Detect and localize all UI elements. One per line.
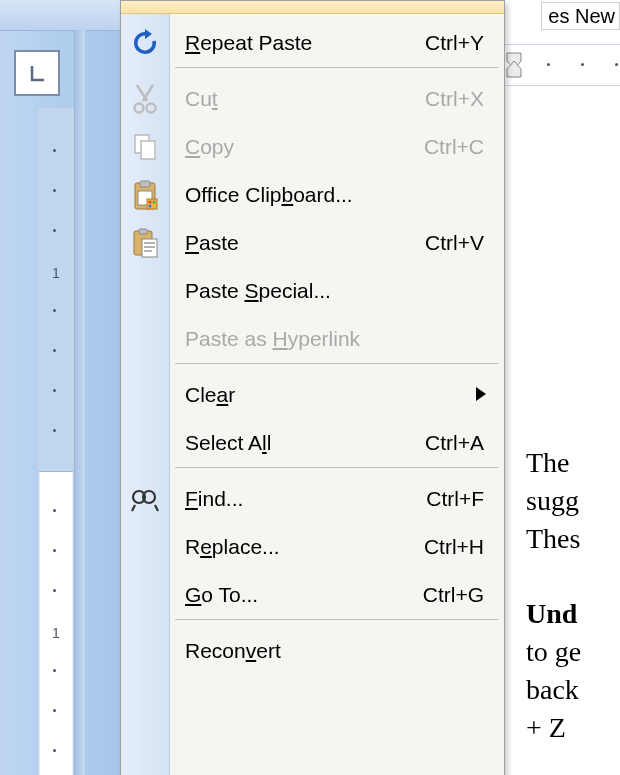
menu-item[interactable]: Repeat PasteCtrl+Y — [121, 19, 504, 67]
menu-item-shortcut: Ctrl+V — [425, 219, 484, 267]
menu-item: CopyCtrl+C — [121, 123, 504, 171]
ruler-tick — [53, 669, 56, 672]
tab-L-icon — [27, 63, 47, 83]
menu-item-label: Repeat Paste — [185, 19, 312, 67]
menu-item-label: Select All — [185, 419, 271, 467]
svg-rect-9 — [147, 199, 157, 209]
ruler-tick — [53, 389, 56, 392]
ruler-tick — [53, 229, 56, 232]
menu-item[interactable]: Find...Ctrl+F — [121, 475, 504, 523]
ruler-tick — [53, 589, 56, 592]
ruler-tick — [581, 63, 584, 66]
indent-marker-icon[interactable] — [505, 51, 523, 79]
menu-item-shortcut: Ctrl+X — [425, 75, 484, 123]
svg-point-13 — [153, 205, 156, 208]
repeat-icon — [129, 27, 161, 59]
left-rail-divider — [74, 30, 85, 775]
menu-item[interactable]: Go To...Ctrl+G — [121, 571, 504, 619]
menu-item-label: Go To... — [185, 571, 258, 619]
menu-item-label: Find... — [185, 475, 243, 523]
menu-item-label: Cut — [185, 75, 218, 123]
document-text[interactable]: The sugg Thes Und to ge back + Z — [526, 444, 620, 746]
menu-title-bar — [121, 1, 504, 14]
ruler-tick — [53, 509, 56, 512]
font-name-text: es New — [548, 5, 615, 28]
ruler-tick — [53, 349, 56, 352]
copy-icon — [129, 131, 161, 163]
clipboard-office-icon — [129, 179, 161, 211]
menu-separator — [175, 67, 498, 68]
menu-item-label: Paste as Hyperlink — [185, 315, 360, 363]
svg-point-12 — [149, 205, 152, 208]
menu-item-shortcut: Ctrl+C — [424, 123, 484, 171]
ruler-tick — [53, 149, 56, 152]
svg-rect-15 — [139, 229, 147, 234]
menu-item[interactable]: Reconvert — [121, 627, 504, 675]
svg-point-2 — [135, 104, 144, 113]
svg-rect-16 — [142, 239, 157, 257]
app-root: 1 1 es New The sugg Thes Und to ge back … — [0, 0, 620, 775]
doc-line: back — [526, 674, 579, 705]
vertical-ruler-margin — [39, 109, 73, 472]
menu-item-shortcut: Ctrl+A — [425, 419, 484, 467]
menu-item-label: Clear — [185, 371, 235, 419]
menu-item-shortcut: Ctrl+H — [424, 523, 484, 571]
menu-item-label: Replace... — [185, 523, 280, 571]
ruler-tick — [615, 63, 618, 66]
menu-item[interactable]: Office Clipboard... — [121, 171, 504, 219]
paste-icon — [129, 227, 161, 259]
menu-separator — [175, 467, 498, 468]
menu-item-shortcut: Ctrl+F — [426, 475, 484, 523]
menu-item[interactable]: PasteCtrl+V — [121, 219, 504, 267]
menu-item[interactable]: Clear — [121, 371, 504, 419]
doc-line: Thes — [526, 523, 580, 554]
ruler-tick — [53, 709, 56, 712]
menu-item-label: Reconvert — [185, 627, 281, 675]
menu-item-shortcut: Ctrl+G — [423, 571, 484, 619]
find-icon — [129, 483, 161, 515]
vertical-ruler[interactable]: 1 1 — [38, 108, 74, 775]
svg-rect-7 — [140, 181, 150, 187]
menu-item[interactable]: Replace...Ctrl+H — [121, 523, 504, 571]
svg-rect-5 — [141, 141, 155, 159]
ruler-tick — [53, 309, 56, 312]
menu-separator — [175, 363, 498, 364]
menu-item-label: Copy — [185, 123, 234, 171]
menu-item-shortcut: Ctrl+Y — [425, 19, 484, 67]
ruler-tick — [53, 749, 56, 752]
tab-selector-button[interactable] — [14, 50, 60, 96]
svg-point-11 — [153, 201, 156, 204]
svg-point-10 — [149, 201, 152, 204]
doc-line-bold: Und — [526, 598, 577, 629]
menu-item-label: Paste — [185, 219, 239, 267]
submenu-arrow-icon — [476, 387, 486, 401]
svg-point-3 — [147, 104, 156, 113]
menu-separator — [175, 619, 498, 620]
doc-line: The — [526, 447, 570, 478]
menu-item-label: Office Clipboard... — [185, 171, 353, 219]
ruler-tick — [547, 63, 550, 66]
menu-item: Paste as Hyperlink — [121, 315, 504, 363]
cut-icon — [129, 83, 161, 115]
horizontal-ruler[interactable] — [503, 44, 620, 86]
doc-line: to ge — [526, 636, 581, 667]
doc-line: sugg — [526, 485, 579, 516]
ruler-tick — [53, 189, 56, 192]
ruler-label: 1 — [48, 625, 64, 641]
menu-item[interactable]: Paste Special... — [121, 267, 504, 315]
ruler-tick — [53, 549, 56, 552]
menu-item-label: Paste Special... — [185, 267, 331, 315]
ruler-tick — [53, 429, 56, 432]
left-toolbar-top — [0, 0, 120, 31]
ruler-label: 1 — [48, 265, 64, 281]
edit-menu: Repeat PasteCtrl+YCutCtrl+XCopyCtrl+COff… — [120, 0, 505, 775]
font-name-combobox[interactable]: es New — [541, 2, 620, 30]
menu-item[interactable]: Select AllCtrl+A — [121, 419, 504, 467]
menu-item: CutCtrl+X — [121, 75, 504, 123]
doc-line: + Z — [526, 712, 566, 743]
